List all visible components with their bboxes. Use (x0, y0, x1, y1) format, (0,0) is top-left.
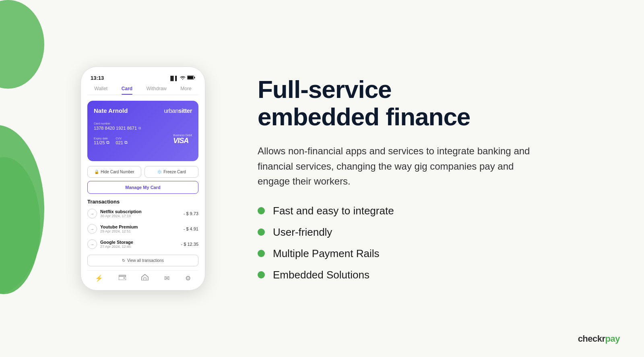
copy-icon[interactable]: ⧉ (138, 126, 141, 131)
transaction-amount: - $ 9.73 (184, 211, 198, 216)
hide-card-number-button[interactable]: 🔒 Hide Card Number (87, 166, 141, 178)
svg-rect-5 (194, 77, 195, 79)
phone-bottom-nav: ⚡ ✉ ⚙ (87, 270, 198, 282)
transaction-amount: - $ 4.91 (184, 226, 198, 231)
transaction-date: 30 Apr 2024, 17:19 (100, 214, 180, 218)
card-expiry: Expiry date 11/25 ⧉ (94, 137, 109, 145)
phone-mockup-section: 13:13 ▐▌▌ Wallet Card Withdraw More Nate… (0, 66, 233, 291)
expiry-value: 11/25 ⧉ (94, 140, 109, 145)
transaction-info: Google Storage 27 Apr 2024, 12:45 (100, 240, 178, 249)
freeze-icon: ❄️ (157, 170, 162, 174)
svg-rect-7 (124, 278, 125, 279)
tab-withdraw[interactable]: Withdraw (147, 86, 167, 95)
svg-rect-4 (188, 76, 193, 79)
bullet-dot (258, 207, 265, 214)
card-footer: Expiry date 11/25 ⧉ CVV 021 ⧉ (94, 134, 192, 145)
mail-icon[interactable]: ✉ (164, 274, 169, 282)
phone-nav-tabs: Wallet Card Withdraw More (87, 86, 198, 95)
bullet-item: Embedded Solutions (258, 269, 612, 281)
card-brand: urbansitter (164, 107, 192, 114)
main-title: Full-service embedded finance (258, 76, 612, 131)
phone-status-icons: ▐▌▌ (169, 75, 195, 81)
wallet-icon[interactable] (119, 274, 126, 282)
transaction-name: Netflix subscription (100, 209, 180, 214)
tab-more[interactable]: More (180, 86, 191, 95)
phone-status-bar: 13:13 ▐▌▌ (87, 75, 198, 81)
card-number: 1378 8420 1921 8671 ⧉ (94, 126, 192, 131)
card-expiry-cvv: Expiry date 11/25 ⧉ CVV 021 ⧉ (94, 137, 128, 145)
tab-wallet[interactable]: Wallet (94, 86, 107, 95)
card-number-section: Card number 1378 8420 1921 8671 ⧉ (94, 122, 192, 131)
transaction-item: → Google Storage 27 Apr 2024, 12:45 - $ … (87, 239, 198, 249)
transaction-arrow-icon: → (87, 209, 97, 218)
wifi-icon (180, 76, 186, 81)
transaction-name: Youtube Premium (100, 224, 180, 229)
expiry-label: Expiry date (94, 137, 109, 140)
card-network: VISA (173, 137, 192, 145)
brand-name-pay: pay (605, 334, 620, 344)
view-all-transactions-button[interactable]: ↻ View all transactions (87, 255, 198, 266)
svg-rect-8 (144, 278, 146, 280)
brand-logo: checkrpay (578, 334, 620, 344)
transaction-arrow-icon: → (87, 239, 97, 249)
transaction-amount: - $ 12.35 (181, 242, 198, 247)
bullet-list: Fast and easy to integrate User-friendly… (258, 205, 612, 281)
freeze-card-button[interactable]: ❄️ Freeze Card (144, 166, 198, 178)
main-description: Allows non-financial apps and services t… (258, 143, 531, 189)
cardholder-name: Nate Arnold (94, 107, 128, 114)
cvv-value: 021 ⧉ (116, 140, 128, 145)
settings-icon[interactable]: ⚙ (185, 274, 191, 282)
transaction-name: Google Storage (100, 240, 178, 245)
card-actions: 🔒 Hide Card Number ❄️ Freeze Card (87, 166, 198, 178)
cvv-copy-icon: ⧉ (124, 140, 128, 145)
bullet-item: User-friendly (258, 226, 612, 239)
tab-card[interactable]: Card (122, 86, 132, 95)
home-icon[interactable] (141, 274, 149, 282)
transaction-info: Netflix subscription 30 Apr 2024, 17:19 (100, 209, 180, 218)
bullet-dot (258, 250, 265, 257)
transaction-item: → Youtube Premium 29 Apr 2024, 12:51 - $… (87, 224, 198, 234)
svg-rect-6 (119, 275, 126, 280)
transaction-date: 29 Apr 2024, 12:51 (100, 229, 180, 233)
transactions-title: Transactions (87, 199, 198, 205)
card-brand-bold: sitter (178, 107, 192, 114)
hide-icon: 🔒 (94, 170, 99, 174)
battery-icon (187, 75, 195, 81)
credit-card: Nate Arnold urbansitter Card number 1378… (87, 101, 198, 161)
transaction-info: Youtube Premium 29 Apr 2024, 12:51 (100, 224, 180, 233)
card-number-label: Card number (94, 122, 192, 125)
content-section: Full-service embedded finance Allows non… (233, 52, 644, 305)
bullet-item: Multiple Payment Rails (258, 247, 612, 260)
bullet-dot (258, 271, 265, 278)
phone-mockup: 13:13 ▐▌▌ Wallet Card Withdraw More Nate… (80, 66, 205, 291)
transaction-item: → Netflix subscription 30 Apr 2024, 17:1… (87, 209, 198, 218)
card-header: Nate Arnold urbansitter (94, 107, 192, 114)
card-network-section: Business Debit VISA (173, 134, 192, 145)
refresh-icon: ↻ (122, 258, 125, 263)
transaction-arrow-icon: → (87, 224, 97, 234)
bullet-item: Fast and easy to integrate (258, 205, 612, 217)
signal-icon: ▐▌▌ (169, 76, 178, 81)
activity-icon[interactable]: ⚡ (95, 274, 103, 282)
bullet-dot (258, 228, 265, 236)
phone-time: 13:13 (91, 75, 104, 81)
brand-name-checkr: checkr (578, 334, 605, 344)
expiry-copy-icon: ⧉ (106, 140, 109, 145)
transaction-date: 27 Apr 2024, 12:45 (100, 245, 178, 249)
card-type: Business Debit (173, 134, 192, 137)
manage-card-button[interactable]: Manage My Card (87, 181, 198, 194)
cvv-label: CVV (116, 137, 128, 140)
card-cvv: CVV 021 ⧉ (116, 137, 128, 145)
